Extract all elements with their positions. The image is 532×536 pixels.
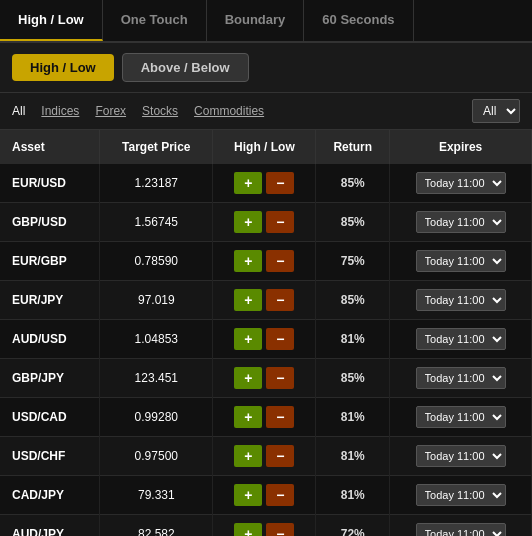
high-button[interactable]: + bbox=[234, 250, 262, 272]
return-value: 85% bbox=[316, 164, 390, 203]
filter-all[interactable]: All bbox=[12, 104, 25, 118]
high-button[interactable]: + bbox=[234, 328, 262, 350]
col-return: Return bbox=[316, 130, 390, 164]
low-button[interactable]: − bbox=[266, 211, 294, 233]
table-row: EUR/USD1.23187+−85%Today 11:00 bbox=[0, 164, 532, 203]
category-select-wrap: All bbox=[472, 99, 520, 123]
asset-name: USD/CHF bbox=[0, 437, 100, 476]
table-row: GBP/USD1.56745+−85%Today 11:00 bbox=[0, 203, 532, 242]
filter-forex[interactable]: Forex bbox=[95, 104, 126, 118]
expires-select[interactable]: Today 11:00 bbox=[416, 523, 506, 536]
low-button[interactable]: − bbox=[266, 250, 294, 272]
return-value: 85% bbox=[316, 281, 390, 320]
low-button[interactable]: − bbox=[266, 523, 294, 536]
table-row: GBP/JPY123.451+−85%Today 11:00 bbox=[0, 359, 532, 398]
return-value: 81% bbox=[316, 320, 390, 359]
table-row: USD/CAD0.99280+−81%Today 11:00 bbox=[0, 398, 532, 437]
return-value: 85% bbox=[316, 203, 390, 242]
filter-commodities[interactable]: Commodities bbox=[194, 104, 264, 118]
target-price: 0.99280 bbox=[100, 398, 213, 437]
high-low-buttons: +− bbox=[213, 242, 316, 281]
table-header-row: Asset Target Price High / Low Return Exp… bbox=[0, 130, 532, 164]
expires-select[interactable]: Today 11:00 bbox=[416, 445, 506, 467]
table-row: USD/CHF0.97500+−81%Today 11:00 bbox=[0, 437, 532, 476]
target-price: 79.331 bbox=[100, 476, 213, 515]
expires-select-cell: Today 11:00 bbox=[390, 203, 532, 242]
asset-name: AUD/USD bbox=[0, 320, 100, 359]
asset-name: EUR/JPY bbox=[0, 281, 100, 320]
expires-select-cell: Today 11:00 bbox=[390, 398, 532, 437]
high-low-buttons: +− bbox=[213, 476, 316, 515]
return-value: 81% bbox=[316, 476, 390, 515]
high-button[interactable]: + bbox=[234, 289, 262, 311]
target-price: 123.451 bbox=[100, 359, 213, 398]
table-row: CAD/JPY79.331+−81%Today 11:00 bbox=[0, 476, 532, 515]
high-button[interactable]: + bbox=[234, 445, 262, 467]
expires-select-cell: Today 11:00 bbox=[390, 320, 532, 359]
asset-name: CAD/JPY bbox=[0, 476, 100, 515]
target-price: 1.04853 bbox=[100, 320, 213, 359]
return-value: 75% bbox=[316, 242, 390, 281]
high-low-buttons: +− bbox=[213, 398, 316, 437]
low-button[interactable]: − bbox=[266, 328, 294, 350]
target-price: 1.23187 bbox=[100, 164, 213, 203]
low-button[interactable]: − bbox=[266, 172, 294, 194]
high-low-buttons: +− bbox=[213, 164, 316, 203]
expires-select[interactable]: Today 11:00 bbox=[416, 406, 506, 428]
return-value: 85% bbox=[316, 359, 390, 398]
filter-stocks[interactable]: Stocks bbox=[142, 104, 178, 118]
asset-name: GBP/JPY bbox=[0, 359, 100, 398]
high-button[interactable]: + bbox=[234, 406, 262, 428]
category-select[interactable]: All bbox=[472, 99, 520, 123]
high-button[interactable]: + bbox=[234, 523, 262, 536]
sub-tab-bar: High / Low Above / Below bbox=[0, 43, 532, 93]
high-button[interactable]: + bbox=[234, 211, 262, 233]
expires-select-cell: Today 11:00 bbox=[390, 242, 532, 281]
tab-60-seconds[interactable]: 60 Seconds bbox=[304, 0, 413, 41]
low-button[interactable]: − bbox=[266, 367, 294, 389]
expires-select[interactable]: Today 11:00 bbox=[416, 367, 506, 389]
asset-name: EUR/GBP bbox=[0, 242, 100, 281]
asset-name: USD/CAD bbox=[0, 398, 100, 437]
expires-select-cell: Today 11:00 bbox=[390, 359, 532, 398]
asset-name: EUR/USD bbox=[0, 164, 100, 203]
tab-one-touch[interactable]: One Touch bbox=[103, 0, 207, 41]
table-row: EUR/GBP0.78590+−75%Today 11:00 bbox=[0, 242, 532, 281]
low-button[interactable]: − bbox=[266, 406, 294, 428]
top-tab-bar: High / Low One Touch Boundary 60 Seconds bbox=[0, 0, 532, 43]
high-low-buttons: +− bbox=[213, 515, 316, 537]
expires-select-cell: Today 11:00 bbox=[390, 164, 532, 203]
expires-select[interactable]: Today 11:00 bbox=[416, 211, 506, 233]
low-button[interactable]: − bbox=[266, 289, 294, 311]
low-button[interactable]: − bbox=[266, 484, 294, 506]
expires-select[interactable]: Today 11:00 bbox=[416, 289, 506, 311]
expires-select[interactable]: Today 11:00 bbox=[416, 484, 506, 506]
tab-boundary[interactable]: Boundary bbox=[207, 0, 305, 41]
low-button[interactable]: − bbox=[266, 445, 294, 467]
asset-name: GBP/USD bbox=[0, 203, 100, 242]
col-target-price: Target Price bbox=[100, 130, 213, 164]
sub-tab-high-low[interactable]: High / Low bbox=[12, 54, 114, 81]
expires-select[interactable]: Today 11:00 bbox=[416, 328, 506, 350]
expires-select-cell: Today 11:00 bbox=[390, 515, 532, 537]
high-low-buttons: +− bbox=[213, 281, 316, 320]
target-price: 82.582 bbox=[100, 515, 213, 537]
sub-tab-above-below[interactable]: Above / Below bbox=[122, 53, 249, 82]
high-button[interactable]: + bbox=[234, 484, 262, 506]
target-price: 1.56745 bbox=[100, 203, 213, 242]
high-low-buttons: +− bbox=[213, 437, 316, 476]
filter-bar: All Indices Forex Stocks Commodities All bbox=[0, 93, 532, 130]
table-row: AUD/JPY82.582+−72%Today 11:00 bbox=[0, 515, 532, 537]
filter-indices[interactable]: Indices bbox=[41, 104, 79, 118]
expires-select[interactable]: Today 11:00 bbox=[416, 172, 506, 194]
high-low-buttons: +− bbox=[213, 359, 316, 398]
expires-select[interactable]: Today 11:00 bbox=[416, 250, 506, 272]
table-row: EUR/JPY97.019+−85%Today 11:00 bbox=[0, 281, 532, 320]
return-value: 81% bbox=[316, 437, 390, 476]
return-value: 81% bbox=[316, 398, 390, 437]
asset-table: Asset Target Price High / Low Return Exp… bbox=[0, 130, 532, 536]
tab-high-low[interactable]: High / Low bbox=[0, 0, 103, 41]
high-button[interactable]: + bbox=[234, 367, 262, 389]
expires-select-cell: Today 11:00 bbox=[390, 476, 532, 515]
high-button[interactable]: + bbox=[234, 172, 262, 194]
